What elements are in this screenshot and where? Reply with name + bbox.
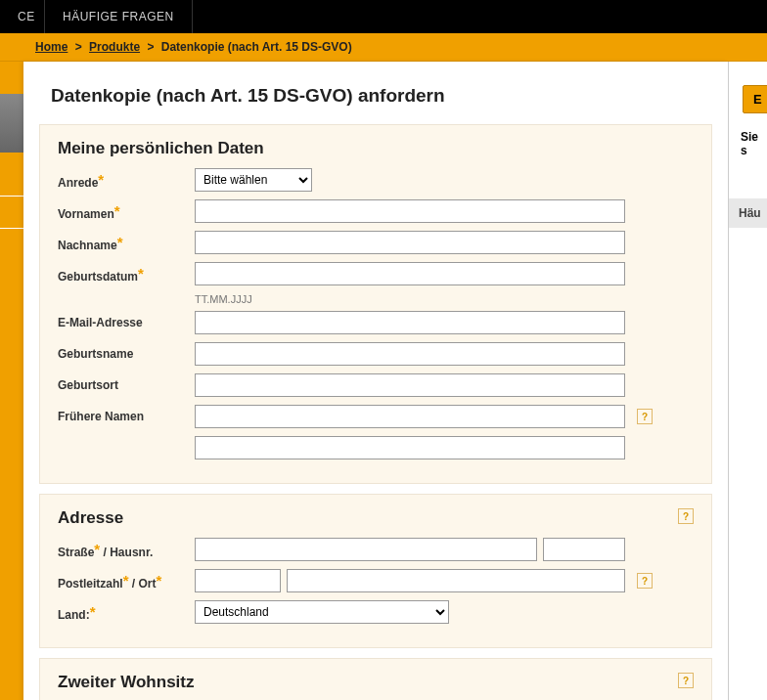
section-title-personal: Meine persönlichen Daten — [58, 139, 694, 158]
input-email[interactable] — [195, 311, 625, 334]
breadcrumb-current: Datenkopie (nach Art. 15 DS-GVO) — [161, 40, 352, 54]
text-hau: Häu — [729, 198, 767, 228]
label-strasse: Straße* / Hausnr. — [58, 538, 195, 559]
left-gutter — [0, 62, 23, 700]
input-fruehere-2[interactable] — [195, 436, 625, 459]
input-ort[interactable] — [287, 569, 625, 592]
section-adresse: ? Adresse Straße* / Hausnr. Postleitzahl… — [39, 494, 712, 648]
top-nav: CE HÄUFIGE FRAGEN — [0, 0, 767, 33]
label-plz: Postleitzahl* / Ort* — [58, 569, 195, 591]
label-geburtsname: Geburtsname — [58, 342, 195, 361]
input-fruehere-1[interactable] — [195, 405, 625, 428]
label-fruehere: Frühere Namen — [58, 405, 195, 423]
right-sidebar: E Sie s Häu — [728, 62, 767, 700]
nav-tab-ce[interactable]: CE — [0, 0, 45, 33]
breadcrumb-sep: > — [75, 40, 82, 54]
input-geburtsort[interactable] — [195, 373, 625, 397]
button-e[interactable]: E — [743, 85, 767, 113]
help-icon[interactable]: ? — [637, 573, 653, 589]
help-icon[interactable]: ? — [678, 673, 694, 688]
input-vornamen[interactable] — [195, 199, 625, 223]
label-nachname: Nachname* — [58, 231, 195, 252]
hint-geburtsdatum: TT.MM.JJJJ — [195, 293, 252, 305]
section-zweiter: ? Zweiter Wohnsitz — [39, 658, 712, 700]
label-anrede: Anrede* — [58, 168, 195, 190]
input-plz[interactable] — [195, 569, 281, 592]
page-title: Datenkopie (nach Art. 15 DS-GVO) anforde… — [23, 62, 728, 124]
breadcrumb-home[interactable]: Home — [35, 40, 68, 54]
select-land[interactable]: Deutschland — [195, 600, 449, 624]
label-land: Land:* — [58, 600, 195, 622]
select-anrede[interactable]: Bitte wählen — [195, 168, 312, 192]
section-title-adresse: Adresse — [58, 508, 694, 528]
breadcrumb: Home > Produkte > Datenkopie (nach Art. … — [0, 33, 767, 62]
nav-tab-faq[interactable]: HÄUFIGE FRAGEN — [45, 0, 193, 33]
input-strasse[interactable] — [195, 538, 537, 561]
input-nachname[interactable] — [195, 231, 625, 254]
input-hausnr[interactable] — [543, 538, 625, 561]
label-geburtsdatum: Geburtsdatum* — [58, 262, 195, 284]
section-title-zweiter: Zweiter Wohnsitz — [58, 673, 694, 692]
help-icon[interactable]: ? — [678, 508, 694, 524]
breadcrumb-produkte[interactable]: Produkte — [89, 40, 140, 54]
label-vornamen: Vornamen* — [58, 199, 195, 221]
breadcrumb-sep: > — [147, 40, 154, 54]
section-personal: Meine persönlichen Daten Anrede* Bitte w… — [39, 124, 712, 484]
input-geburtsname[interactable] — [195, 342, 625, 366]
help-icon[interactable]: ? — [637, 409, 653, 424]
input-geburtsdatum[interactable] — [195, 262, 625, 285]
label-geburtsort: Geburtsort — [58, 373, 195, 392]
label-email: E-Mail-Adresse — [58, 311, 195, 329]
text-sie: Sie s — [741, 130, 767, 157]
